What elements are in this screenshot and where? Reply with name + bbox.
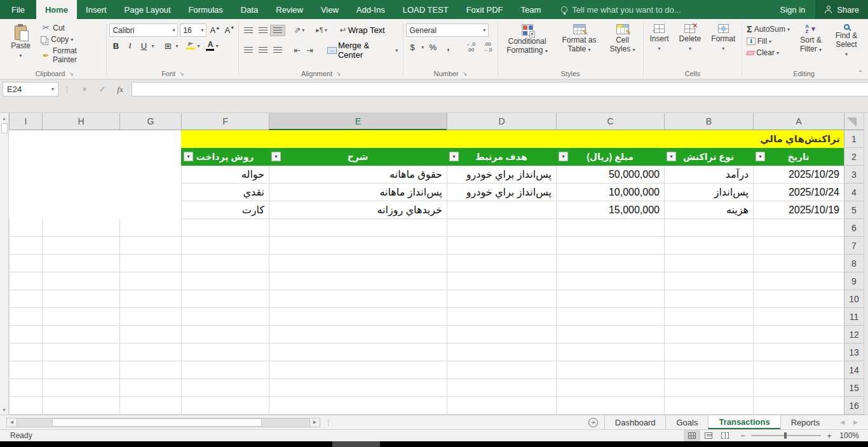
filter-button-goal[interactable]: ▼ (449, 152, 459, 161)
insert-function-button[interactable]: fx (111, 84, 129, 95)
cell-goal[interactable]: پس‌انداز براي خودرو (447, 183, 556, 201)
font-color-dropdown[interactable]: ▾ (215, 43, 218, 49)
tab-home[interactable]: Home (36, 0, 77, 19)
font-color-button[interactable]: A (206, 41, 214, 51)
cell[interactable] (664, 361, 753, 379)
cell[interactable] (269, 308, 447, 326)
horizontal-scroll-track[interactable] (17, 418, 309, 427)
header-cell-type[interactable]: نوع تراكنش▼ (664, 148, 753, 166)
tab-file[interactable]: File (0, 0, 36, 19)
cell[interactable] (9, 237, 42, 255)
header-cell-method[interactable]: روش پرداخت▼ (181, 148, 269, 166)
merge-center-button[interactable]: ↔Merge & Center▾ (325, 39, 401, 62)
underline-dropdown[interactable]: ▾ (151, 43, 154, 49)
cut-button[interactable]: ✂Cut (39, 22, 104, 34)
clear-button[interactable]: Clear ▾ (745, 47, 792, 58)
row-header-7[interactable]: 7 (844, 237, 864, 255)
cell[interactable] (664, 255, 753, 272)
sign-in-button[interactable]: Sign in (770, 0, 816, 19)
cell[interactable] (42, 255, 119, 272)
font-size-select[interactable]: 16▾ (180, 23, 207, 37)
share-button[interactable]: Share (815, 0, 868, 19)
scroll-down-arrow[interactable]: ▼ (0, 404, 9, 415)
sheet-tab-transactions[interactable]: Transactions (708, 415, 780, 429)
cell-styles-button[interactable]: ✎ Cell Styles ▾ (605, 22, 641, 57)
alignment-dialog-launcher-icon[interactable]: ↘ (336, 70, 341, 77)
tab-review[interactable]: Review (267, 0, 312, 19)
cell-g4[interactable] (119, 183, 181, 201)
cell[interactable] (753, 272, 844, 290)
number-dialog-launcher-icon[interactable]: ↘ (463, 70, 468, 77)
borders-dropdown[interactable]: ▾ (175, 43, 178, 49)
column-header-i[interactable]: I (9, 113, 42, 130)
cell[interactable] (119, 326, 181, 344)
cell[interactable] (447, 397, 556, 415)
cell[interactable] (42, 308, 119, 326)
align-center-button[interactable] (256, 45, 270, 55)
cell[interactable] (447, 379, 556, 397)
paste-button[interactable]: Paste ▾ (5, 22, 36, 62)
formula-bar-splitter[interactable]: ⋮ (58, 85, 76, 93)
cell[interactable] (181, 290, 269, 308)
number-format-select[interactable]: General▾ (406, 23, 489, 37)
formula-input[interactable] (132, 82, 868, 97)
cell[interactable] (181, 361, 269, 379)
cell-h2[interactable] (42, 148, 119, 166)
cell[interactable] (119, 397, 181, 415)
row-header-14[interactable]: 14 (844, 361, 864, 379)
row-header-9[interactable]: 9 (844, 272, 864, 290)
cell-date[interactable]: 2025/10/29 (753, 166, 844, 183)
cell[interactable] (42, 344, 119, 361)
row-header-13[interactable]: 13 (844, 344, 864, 361)
cell[interactable] (42, 219, 119, 237)
cell[interactable] (119, 344, 181, 361)
cell[interactable] (119, 255, 181, 272)
cell-goal[interactable]: پس‌انداز براي خودرو (447, 166, 556, 183)
cell-i4[interactable] (9, 183, 42, 201)
tab-splitter[interactable]: ⋮ (320, 415, 337, 429)
comma-style-button[interactable]: , (442, 41, 454, 54)
increase-font-size-button[interactable]: A▲ (208, 24, 221, 37)
new-sheet-button[interactable]: + (583, 415, 604, 429)
cell-g1[interactable] (119, 130, 181, 148)
cell[interactable] (753, 344, 844, 361)
cell[interactable] (269, 219, 447, 237)
wrap-text-button[interactable]: ↵Wrap Text (337, 23, 388, 37)
cell[interactable] (447, 219, 556, 237)
cell[interactable] (42, 361, 119, 379)
cell[interactable] (269, 344, 447, 361)
cell-date[interactable]: 2025/10/24 (753, 183, 844, 201)
cell-goal[interactable] (447, 201, 556, 219)
cell[interactable] (753, 379, 844, 397)
tab-formulas[interactable]: Formulas (180, 0, 232, 19)
cell-amount[interactable]: 15,000,000 (556, 201, 664, 219)
cell[interactable] (9, 379, 42, 397)
cell[interactable] (447, 237, 556, 255)
row-header-5[interactable]: 5 (844, 201, 864, 219)
tell-me-box[interactable]: Tell me what you want to do... (561, 0, 681, 19)
cell[interactable] (181, 308, 269, 326)
cell[interactable] (664, 379, 753, 397)
column-header-e[interactable]: E (269, 113, 447, 130)
enter-button[interactable]: ✓ (93, 84, 111, 94)
autosum-button[interactable]: ΣAutoSum ▾ (745, 23, 792, 36)
header-cell-goal[interactable]: هدف مرتبط▼ (447, 148, 556, 166)
cell[interactable] (664, 290, 753, 308)
conditional-formatting-button[interactable]: ≠ Conditional Formatting ▾ (501, 22, 554, 58)
cell-amount[interactable]: 10,000,000 (556, 183, 664, 201)
cell[interactable] (9, 219, 42, 237)
cell[interactable] (556, 255, 664, 272)
cell-desc[interactable]: پس‌انداز ماهانه (269, 183, 447, 201)
cell[interactable] (556, 344, 664, 361)
horizontal-scrollbar[interactable]: ◀ ▶ (0, 415, 320, 429)
cell[interactable] (181, 255, 269, 272)
cell[interactable] (447, 308, 556, 326)
row-header-1[interactable]: 1 (844, 130, 864, 148)
middle-align-button[interactable] (256, 25, 270, 36)
cell[interactable] (181, 219, 269, 237)
cell[interactable] (556, 272, 664, 290)
cell-i2[interactable] (9, 148, 42, 166)
column-header-d[interactable]: D (447, 113, 556, 130)
cell[interactable] (269, 290, 447, 308)
cell[interactable] (664, 237, 753, 255)
